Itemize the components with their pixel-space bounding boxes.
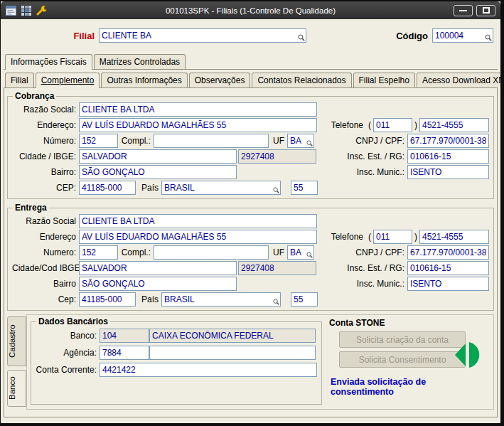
cobranca-group: Cobrança Razão Social: Endereço: Telefon…: [7, 91, 494, 199]
conta-stone-group: Conta STONE Solicita criação da conta So…: [325, 316, 493, 408]
tab-acesso-download-xml[interactable]: Acesso Download XML: [417, 73, 500, 87]
entrega-compl-input[interactable]: [154, 245, 269, 260]
uf-label: UF: [269, 136, 287, 146]
grid-icon[interactable]: [21, 6, 31, 16]
cobranca-bairro-input[interactable]: [79, 165, 237, 179]
entrega-bairro-input[interactable]: [79, 277, 237, 291]
main-tabstrip: Filial Complemento Outras Informações Ob…: [4, 73, 498, 87]
filial-input[interactable]: [99, 28, 306, 43]
conta-stone-title: Conta STONE: [329, 318, 488, 328]
endereco-label: Endereço: [12, 232, 79, 242]
telefone-label: Telefone: [331, 232, 366, 242]
entrega-uf-lookup: [287, 245, 314, 260]
entrega-telefone-cluster: Telefone ( ): [331, 230, 489, 244]
paren-close: ): [412, 232, 419, 242]
entrega-insc-est-input[interactable]: [407, 261, 489, 275]
conta-corrente-input[interactable]: [100, 363, 317, 377]
cobranca-pais-codigo-input[interactable]: [291, 181, 318, 195]
paren-open: (: [366, 120, 373, 130]
banco-label: Banco:: [36, 331, 100, 341]
report-icon[interactable]: [6, 6, 16, 16]
cobranca-razao-row: Razão Social:: [12, 102, 489, 117]
tab-outras-informacoes[interactable]: Outras Informações: [101, 73, 187, 87]
entrega-uf-input[interactable]: [287, 245, 314, 260]
razao-social-label: Razão Social: [12, 216, 79, 226]
cobranca-numero-row: Número: Compl.: UF CNPJ / CPF:: [12, 133, 489, 149]
cobranca-cnpj-input[interactable]: [407, 134, 489, 148]
entrega-cnpj-input[interactable]: [407, 245, 489, 260]
banco-nome-input: [149, 329, 316, 343]
tab-observacoes[interactable]: Observações: [189, 73, 251, 87]
tab-banco[interactable]: Banco: [7, 370, 26, 407]
cobranca-compl-input[interactable]: [154, 134, 269, 148]
wrench-icon[interactable]: [36, 5, 48, 16]
restore-button[interactable]: [476, 5, 495, 16]
entrega-endereco-input[interactable]: [79, 230, 317, 244]
tab-contatos-relacionados[interactable]: Contatos Relacionados: [252, 73, 351, 87]
agencia-extra-input[interactable]: [149, 346, 316, 360]
cobranca-insc-mun-input[interactable]: [407, 165, 489, 179]
cobranca-cep-input[interactable]: [79, 181, 136, 195]
cobranca-cidade-input[interactable]: [79, 149, 237, 164]
entrega-cidade-input[interactable]: [79, 261, 237, 275]
agencia-row: Agência:: [36, 344, 317, 361]
conta-corrente-label: Conta Corrente:: [36, 365, 100, 375]
cobranca-uf-input[interactable]: [287, 134, 314, 148]
cobranca-telefone-input[interactable]: [419, 118, 489, 132]
entrega-insc-mun-input[interactable]: [407, 277, 489, 291]
dados-bancarios-title: Dados Bancários: [36, 316, 110, 326]
entrega-razao-social-input[interactable]: [79, 214, 317, 228]
window-title: 001013SPK - Filiais (1-Controle De Quali…: [48, 6, 454, 15]
cobranca-bairro-row: Bairro: Insc. Munic.:: [12, 164, 489, 180]
numero-label: Número:: [12, 136, 79, 146]
insc-est-label: Insc. Est. / RG:: [347, 151, 407, 161]
tab-filial[interactable]: Filial: [5, 73, 34, 87]
tab-matrizes-controladas[interactable]: Matrizes Controladas: [94, 54, 186, 69]
cobranca-numero-input[interactable]: [79, 134, 118, 148]
complemento-panel: Cobrança Razão Social: Endereço: Telefon…: [4, 87, 498, 417]
record-header: Filial Código: [8, 28, 493, 43]
cobranca-inscmun-cluster: Insc. Munic.:: [357, 165, 489, 179]
entrega-ibge-input: [238, 261, 316, 275]
cobranca-ddd-input[interactable]: [373, 118, 412, 132]
entrega-ddd-input[interactable]: [373, 230, 412, 244]
conta-row: Conta Corrente:: [36, 361, 317, 378]
codigo-input[interactable]: [432, 28, 493, 43]
cep-label: CEP:: [12, 183, 79, 193]
solicita-criacao-conta-button[interactable]: Solicita criação da conta: [339, 331, 466, 348]
cobranca-insc-est-input[interactable]: [407, 149, 489, 164]
cobranca-endereco-row: Endereço: Telefone ( ): [12, 117, 489, 133]
entrega-inscmun-cluster: Insc. Munic.:: [357, 277, 489, 291]
minimize-button[interactable]: [454, 5, 473, 16]
cobranca-endereco-input[interactable]: [79, 118, 317, 132]
consentimento-status-text: Enviada solicitação de consentimento: [331, 377, 488, 397]
entrega-inscest-cluster: Insc. Est. / RG:: [347, 261, 489, 275]
pais-label: País: [136, 183, 161, 193]
cep-label: Cep:: [12, 294, 79, 304]
banco-row: Banco:: [36, 327, 317, 344]
cobranca-pais-input[interactable]: [161, 181, 281, 195]
tab-complemento[interactable]: Complemento: [36, 73, 100, 88]
cobranca-razao-social-input[interactable]: [79, 102, 317, 117]
entrega-numero-input[interactable]: [79, 245, 118, 260]
banco-codigo-input[interactable]: [100, 329, 149, 343]
cobranca-inscest-cluster: Insc. Est. / RG:: [347, 149, 489, 164]
app-window: 001013SPK - Filiais (1-Controle De Quali…: [1, 1, 500, 423]
side-tabstrip: Cadastro Banco: [7, 314, 26, 410]
tab-filial-espelho[interactable]: Filial Espelho: [353, 73, 415, 87]
tab-cadastro[interactable]: Cadastro: [7, 316, 26, 366]
agencia-input[interactable]: [100, 346, 149, 360]
entrega-pais-codigo-input[interactable]: [291, 292, 318, 307]
entrega-telefone-input[interactable]: [419, 230, 489, 244]
entrega-cep-input[interactable]: [79, 292, 136, 307]
telefone-label: Telefone: [331, 120, 366, 130]
solicita-consentimento-button[interactable]: Solicita Consentimento: [339, 351, 466, 368]
tab-informacoes-fiscais[interactable]: Informações Fiscais: [5, 54, 92, 70]
codigo-lookup: [432, 28, 493, 43]
uf-label: UF: [269, 247, 287, 257]
entrega-pais-input[interactable]: [161, 292, 281, 307]
banco-page: Dados Bancários Banco: Agência: Conta Co…: [26, 314, 494, 410]
cobranca-cep-row: CEP: País: [12, 180, 489, 196]
entrega-group: Entrega Razão Social Endereço Telefone (…: [7, 203, 494, 311]
cobranca-ibge-input: [238, 149, 316, 164]
